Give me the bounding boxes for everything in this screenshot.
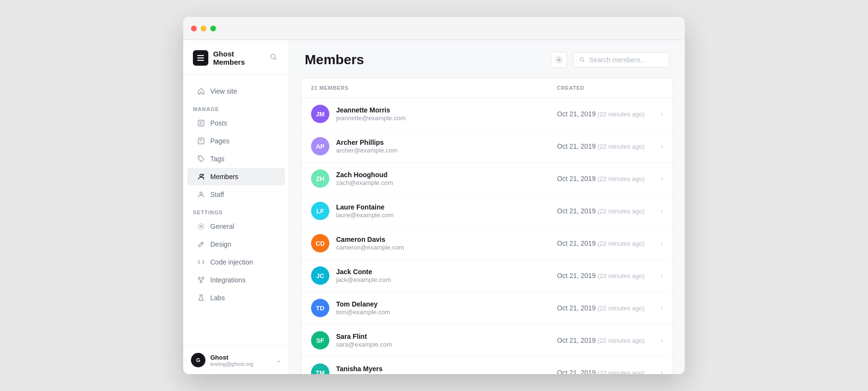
- created-date: Oct 21, 2019 (22 minutes ago): [557, 110, 645, 118]
- sidebar-item-members[interactable]: Members: [187, 168, 285, 185]
- sidebar: Ghost Members View: [183, 40, 289, 374]
- sidebar-search-button[interactable]: [268, 51, 279, 65]
- chevron-right-icon: ›: [661, 336, 663, 345]
- created-ago: (22 minutes ago): [597, 208, 645, 215]
- sidebar-item-general[interactable]: General: [187, 218, 285, 235]
- sidebar-header: Ghost Members: [183, 40, 289, 74]
- svg-point-15: [200, 192, 203, 195]
- member-info: TD Tom Delaney tom@example.com: [311, 299, 557, 317]
- chevron-right-icon: ›: [661, 304, 663, 312]
- member-details: Tom Delaney tom@example.com: [336, 300, 390, 316]
- member-email: zach@example.com: [336, 179, 393, 186]
- sidebar-footer: G Ghost testing@ghost.org ⌄: [183, 346, 289, 374]
- footer-name: Ghost: [210, 354, 253, 361]
- created-date: Oct 21, 2019 (22 minutes ago): [557, 336, 645, 344]
- member-created: Oct 21, 2019 (22 minutes ago) ›: [557, 207, 663, 215]
- search-input[interactable]: [589, 56, 663, 64]
- member-created: Oct 21, 2019 (22 minutes ago) ›: [557, 142, 663, 151]
- sidebar-item-pages[interactable]: Pages: [187, 132, 285, 150]
- sidebar-item-staff[interactable]: Staff: [187, 186, 285, 203]
- close-button[interactable]: [191, 26, 197, 31]
- sidebar-item-integrations[interactable]: Integrations: [187, 271, 285, 289]
- brand-name: Ghost Members: [213, 50, 268, 66]
- member-details: Sara Flint sara@example.com: [336, 333, 392, 348]
- member-info: ZH Zach Hooghoud zach@example.com: [311, 169, 557, 188]
- member-info: JC Jack Conte jack@example.com: [311, 266, 557, 285]
- sidebar-item-view-site[interactable]: View site: [187, 83, 285, 100]
- table-row[interactable]: SF Sara Flint sara@example.com Oct 21, 2…: [301, 324, 673, 357]
- created-ago: (22 minutes ago): [597, 305, 645, 312]
- sidebar-item-design[interactable]: Design: [187, 236, 285, 253]
- main-header: Members: [289, 40, 685, 78]
- table-header: 21 MEMBERS CREATED: [301, 78, 673, 98]
- member-email: laure@example.com: [336, 211, 393, 219]
- brand-icon: [193, 50, 208, 66]
- created-date: Oct 21, 2019 (22 minutes ago): [557, 175, 645, 182]
- staff-icon: [197, 190, 205, 199]
- table-row[interactable]: AP Archer Phillips archer@example.com Oc…: [301, 130, 673, 163]
- table-row[interactable]: CD Cameron Davis cameron@example.com Oct…: [301, 227, 673, 260]
- sidebar-item-posts[interactable]: Posts: [187, 114, 285, 132]
- minimize-button[interactable]: [201, 26, 206, 31]
- svg-point-19: [202, 277, 204, 279]
- created-ago: (22 minutes ago): [597, 240, 645, 247]
- member-avatar: LF: [311, 202, 329, 220]
- member-name: Jack Conte: [336, 268, 391, 276]
- chevron-right-icon: ›: [661, 368, 663, 374]
- created-date: Oct 21, 2019 (22 minutes ago): [557, 142, 645, 150]
- pages-label: Pages: [210, 137, 230, 145]
- sidebar-item-labs[interactable]: Labs: [187, 289, 285, 307]
- chevron-right-icon: ›: [661, 207, 663, 215]
- labs-label: Labs: [210, 294, 225, 302]
- maximize-button[interactable]: [210, 26, 216, 31]
- footer-user[interactable]: G Ghost testing@ghost.org: [191, 353, 253, 367]
- svg-point-12: [199, 157, 200, 158]
- svg-point-20: [200, 281, 202, 283]
- main-content: Members: [289, 40, 685, 374]
- search-box: [573, 52, 669, 68]
- staff-label: Staff: [210, 191, 224, 198]
- member-email: jeannette@example.com: [336, 114, 406, 122]
- posts-icon: [197, 119, 205, 127]
- member-avatar: JM: [311, 105, 329, 123]
- member-created: Oct 21, 2019 (22 minutes ago) ›: [557, 239, 663, 248]
- member-info: AP Archer Phillips archer@example.com: [311, 137, 557, 155]
- members-settings-button[interactable]: [551, 52, 567, 68]
- member-email: tom@example.com: [336, 308, 390, 316]
- created-date: Oct 21, 2019 (22 minutes ago): [557, 239, 645, 247]
- table-row[interactable]: TD Tom Delaney tom@example.com Oct 21, 2…: [301, 292, 673, 324]
- app-window: Ghost Members View: [183, 17, 685, 374]
- svg-rect-1: [197, 57, 204, 58]
- footer-email: testing@ghost.org: [210, 361, 253, 367]
- member-email: sara@example.com: [336, 341, 392, 348]
- chevron-down-icon[interactable]: ⌄: [276, 357, 281, 363]
- svg-rect-0: [197, 55, 204, 56]
- table-row[interactable]: TM Tanisha Myers tanisha@example.com Oct…: [301, 357, 673, 374]
- member-email: cameron@example.com: [336, 244, 404, 251]
- member-created: Oct 21, 2019 (22 minutes ago) ›: [557, 304, 663, 312]
- member-name: Cameron Davis: [336, 236, 404, 243]
- created-date: Oct 21, 2019 (22 minutes ago): [557, 369, 645, 374]
- chevron-right-icon: ›: [661, 174, 663, 183]
- created-ago: (22 minutes ago): [597, 272, 645, 279]
- member-name: Sara Flint: [336, 333, 392, 340]
- members-list: JM Jeannette Morris jeannette@example.co…: [301, 98, 673, 374]
- sidebar-item-code-injection[interactable]: Code injection: [187, 253, 285, 271]
- search-box-icon: [579, 56, 585, 63]
- sidebar-item-tags[interactable]: Tags: [187, 150, 285, 168]
- created-date: Oct 21, 2019 (22 minutes ago): [557, 304, 645, 312]
- table-row[interactable]: JM Jeannette Morris jeannette@example.co…: [301, 98, 673, 130]
- table-row[interactable]: LF Laure Fontaine laure@example.com Oct …: [301, 195, 673, 227]
- created-ago: (22 minutes ago): [597, 175, 645, 182]
- svg-line-26: [583, 61, 584, 62]
- member-details: Laure Fontaine laure@example.com: [336, 203, 393, 219]
- created-ago: (22 minutes ago): [597, 111, 645, 118]
- table-row[interactable]: ZH Zach Hooghoud zach@example.com Oct 21…: [301, 163, 673, 195]
- svg-line-22: [201, 279, 203, 281]
- member-created: Oct 21, 2019 (22 minutes ago) ›: [557, 110, 663, 118]
- table-row[interactable]: JC Jack Conte jack@example.com Oct 21, 2…: [301, 260, 673, 292]
- member-details: Jeannette Morris jeannette@example.com: [336, 106, 406, 122]
- created-ago: (22 minutes ago): [597, 337, 645, 344]
- posts-label: Posts: [210, 119, 227, 127]
- member-email: archer@example.com: [336, 147, 397, 154]
